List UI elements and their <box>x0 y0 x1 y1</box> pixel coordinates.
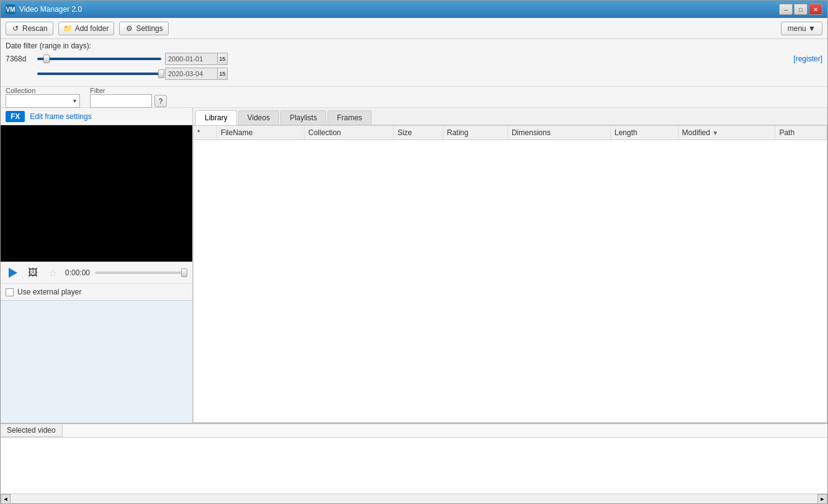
fx-bar: FX Edit frame settings <box>1 108 192 125</box>
collection-label: Collection <box>6 87 80 94</box>
slider-thumb-end[interactable] <box>158 69 164 78</box>
table-container: * FileName Collection Size Rating Dimens… <box>193 125 827 423</box>
date-start-input-group: 15 <box>165 53 228 65</box>
bottom-panel: Selected video ◄ ► <box>1 423 827 503</box>
add-folder-icon: 📁 <box>64 24 73 33</box>
col-collection[interactable]: Collection <box>305 126 394 140</box>
collection-select[interactable] <box>6 94 80 108</box>
snapshot-button[interactable]: 🖼 <box>25 265 40 280</box>
menu-button[interactable]: menu ▼ <box>781 22 822 35</box>
main-toolbar: ↺ Rescan 📁 Add folder ⚙ Settings menu ▼ <box>1 18 827 39</box>
title-bar: VM Video Manager 2.0 – □ ✕ <box>1 1 827 18</box>
content-area: FX Edit frame settings 🖼 ☆ 0:00:00 <box>1 108 827 423</box>
slider-track-start <box>37 58 161 60</box>
video-preview <box>1 125 192 262</box>
date-start-spin[interactable]: 15 <box>218 53 228 65</box>
rescan-icon: ↺ <box>11 24 20 33</box>
thumbnail-area <box>1 300 192 423</box>
date-end-input[interactable] <box>165 68 218 80</box>
volume-slider[interactable] <box>95 272 187 274</box>
tabs-bar: Library Videos Playlists Frames <box>193 108 827 125</box>
external-player-label: Use external player <box>17 288 81 296</box>
star-button[interactable]: ☆ <box>45 265 60 280</box>
right-panel: Library Videos Playlists Frames * FileNa… <box>193 108 827 423</box>
col-star[interactable]: * <box>194 126 217 140</box>
volume-thumb[interactable] <box>181 268 187 277</box>
scroll-left-button[interactable]: ◄ <box>1 494 11 504</box>
col-modified[interactable]: Modified ▼ <box>678 126 775 140</box>
tab-videos[interactable]: Videos <box>238 110 279 125</box>
collection-controls: ▼ <box>6 94 80 108</box>
filter-help-button[interactable]: ? <box>154 95 167 107</box>
collection-dropdown-wrapper: ▼ <box>6 94 80 108</box>
play-icon <box>9 268 17 278</box>
table-header: * FileName Collection Size Rating Dimens… <box>194 126 827 140</box>
files-table: * FileName Collection Size Rating Dimens… <box>194 126 827 140</box>
filter-label: Filter <box>90 87 167 94</box>
settings-icon: ⚙ <box>125 24 133 33</box>
date-end-row: 15 <box>6 68 822 80</box>
snapshot-icon: 🖼 <box>28 267 38 278</box>
edit-frame-link[interactable]: Edit frame settings <box>30 112 91 121</box>
slider-thumb-start[interactable] <box>43 55 50 63</box>
col-size[interactable]: Size <box>393 126 443 140</box>
sort-icon: ▼ <box>712 130 718 136</box>
date-start-row: 7368d 15 [register] <box>6 53 822 65</box>
rescan-button[interactable]: ↺ Rescan <box>6 22 53 35</box>
tab-playlists[interactable]: Playlists <box>280 110 326 125</box>
date-filter-block: Date filter (range in days): 7368d 15 [r… <box>1 39 827 87</box>
scroll-track[interactable] <box>11 494 817 503</box>
external-player-checkbox[interactable] <box>6 288 14 296</box>
player-controls: 🖼 ☆ 0:00:00 <box>1 262 192 284</box>
collection-group: Collection ▼ <box>6 87 80 108</box>
filter-input[interactable] <box>90 94 152 108</box>
col-path[interactable]: Path <box>775 126 827 140</box>
date-end-input-group: 15 <box>165 68 228 80</box>
register-link[interactable]: [register] <box>793 55 822 63</box>
scroll-right-button[interactable]: ► <box>817 494 827 504</box>
date-start-slider[interactable] <box>37 58 161 60</box>
bottom-tabs-row: Selected video <box>1 424 827 438</box>
left-panel: FX Edit frame settings 🖼 ☆ 0:00:00 <box>1 108 193 423</box>
window-controls: – □ ✕ <box>779 4 822 15</box>
maximize-button[interactable]: □ <box>794 4 808 15</box>
tab-frames[interactable]: Frames <box>327 110 372 125</box>
slider-track-end <box>37 73 161 75</box>
fx-button[interactable]: FX <box>6 111 25 122</box>
slider-fill-start <box>37 58 161 60</box>
main-window: VM Video Manager 2.0 – □ ✕ ↺ Rescan 📁 Ad… <box>0 0 828 504</box>
table-header-row: * FileName Collection Size Rating Dimens… <box>194 126 827 140</box>
app-icon: VM <box>6 4 16 14</box>
tab-library[interactable]: Library <box>195 110 237 125</box>
date-start-input[interactable] <box>165 53 218 65</box>
filter-row: Collection ▼ Filter ? <box>1 87 827 108</box>
col-filename[interactable]: FileName <box>217 126 305 140</box>
external-player-row: Use external player <box>1 284 192 300</box>
star-icon: ☆ <box>48 267 57 279</box>
days-value-label: 7368d <box>6 55 33 63</box>
selected-video-content <box>1 438 827 493</box>
date-filter-title: Date filter (range in days): <box>6 42 822 50</box>
settings-button[interactable]: ⚙ Settings <box>119 22 168 35</box>
time-label: 0:00:00 <box>65 268 90 277</box>
col-rating[interactable]: Rating <box>443 126 507 140</box>
selected-video-tab[interactable]: Selected video <box>1 424 63 437</box>
filter-controls: ? <box>90 94 167 108</box>
col-dimensions[interactable]: Dimensions <box>507 126 610 140</box>
filter-group: Filter ? <box>90 87 167 108</box>
play-button[interactable] <box>6 265 20 280</box>
date-end-spin[interactable]: 15 <box>218 68 228 80</box>
date-end-slider[interactable] <box>37 73 161 75</box>
slider-fill-end <box>37 73 161 75</box>
col-length[interactable]: Length <box>610 126 678 140</box>
app-title: Video Manager 2.0 <box>19 5 779 14</box>
add-folder-button[interactable]: 📁 Add folder <box>58 22 115 35</box>
close-button[interactable]: ✕ <box>809 4 822 15</box>
minimize-button[interactable]: – <box>779 4 793 15</box>
horizontal-scrollbar: ◄ ► <box>1 493 827 503</box>
